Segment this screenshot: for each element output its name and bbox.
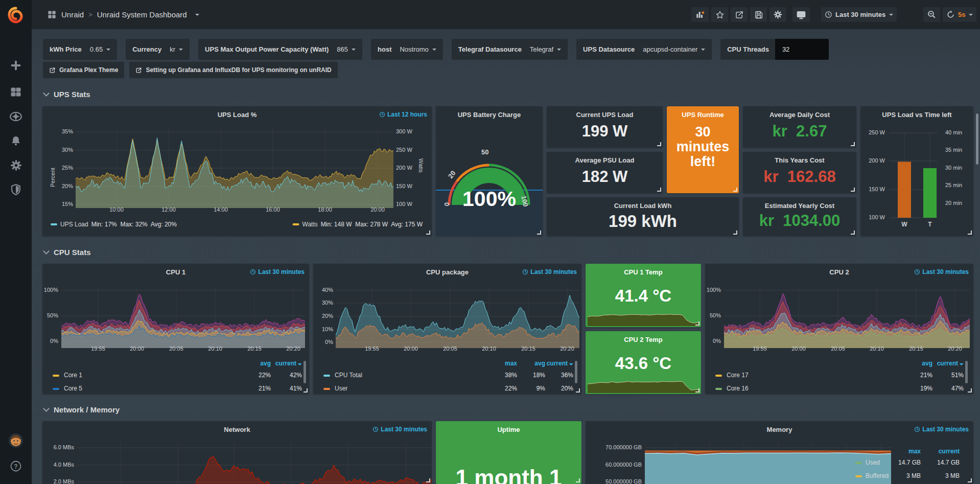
axis-tick: 35 min xyxy=(945,147,962,153)
monitor-icon xyxy=(796,10,806,20)
grafana-logo[interactable] xyxy=(0,4,32,27)
shield-icon xyxy=(10,183,22,196)
legend-header[interactable]: avg xyxy=(534,360,545,367)
legend-header[interactable]: current xyxy=(275,360,302,367)
dashboard-settings-button[interactable] xyxy=(769,7,786,22)
sidebar-item-configuration[interactable] xyxy=(0,155,32,175)
sidebar-item-help[interactable]: ? xyxy=(0,456,32,476)
section-ups-stats[interactable]: UPS Stats xyxy=(43,90,90,99)
legend-header[interactable]: avg xyxy=(922,360,932,367)
legend-item[interactable]: CPU Total xyxy=(335,372,362,379)
legend-item[interactable]: Buffered xyxy=(866,472,889,479)
variable-telegraf-datasource[interactable]: Telegraf DatasourceTelegraf xyxy=(452,39,568,60)
panel-title[interactable]: Estimated Yearly Cost xyxy=(743,202,856,210)
legend-header[interactable]: avg xyxy=(260,360,271,367)
legend-item[interactable]: User xyxy=(335,385,347,392)
panel-title[interactable]: Average Daily Cost xyxy=(743,111,856,119)
panel-time-range[interactable]: Last 30 minutes xyxy=(372,426,427,433)
variable-input[interactable] xyxy=(775,39,829,60)
chevron-down-icon xyxy=(106,49,110,51)
panel-time-range[interactable]: Last 30 minutes xyxy=(914,268,969,275)
panel-title[interactable]: Current UPS Load xyxy=(547,111,663,119)
sidebar-item-server-admin[interactable] xyxy=(0,179,32,200)
legend-header[interactable]: max xyxy=(505,360,517,367)
axis-tick: 10% xyxy=(322,326,333,332)
legend-item[interactable]: Core 1 xyxy=(64,372,82,379)
variable-ups-datasource[interactable]: UPS Datasourceapcupsd-container xyxy=(576,39,712,60)
legend-item[interactable]: Core 17 xyxy=(727,372,749,379)
dashboard-link[interactable]: Setting up Grafana and InfluxDB for UPS … xyxy=(129,62,337,78)
legend-header[interactable]: max xyxy=(908,448,921,455)
panel-ups-load: UPS Load % Last 12 hours Percent Watts 3… xyxy=(42,106,432,236)
chevron-down-icon xyxy=(179,49,183,51)
legend-item[interactable]: Core 16 xyxy=(727,385,749,392)
legend-item[interactable]: Used xyxy=(866,459,880,466)
panel-network: Network Last 30 minutes 6.0 MBs4.0 MBs2.… xyxy=(42,421,432,484)
legend-scrollbar[interactable] xyxy=(575,361,577,383)
refresh-picker[interactable]: 5s xyxy=(943,7,976,22)
section-title: Network / Memory xyxy=(54,405,120,414)
star-button[interactable] xyxy=(711,7,728,22)
sidebar-item-explore[interactable] xyxy=(0,106,32,127)
panel-time-range[interactable]: Last 30 minutes xyxy=(250,268,305,275)
variable-host[interactable]: hostNostromo xyxy=(371,39,443,60)
dashboard-link[interactable]: Grafana Plex Theme xyxy=(43,62,124,78)
panel-title[interactable]: This Years Cost xyxy=(743,156,856,164)
chevron-down-icon[interactable] xyxy=(195,14,199,16)
legend-header[interactable]: current xyxy=(939,448,960,455)
svg-text:?: ? xyxy=(14,463,17,470)
legend-header[interactable]: current xyxy=(937,360,964,367)
legend-header[interactable]: current xyxy=(547,360,573,367)
axis-tick: 10:00 xyxy=(109,206,124,213)
panel-title[interactable]: CPU 1 Temp xyxy=(586,268,701,276)
panel-title[interactable]: Current Load kWh xyxy=(547,202,739,210)
axis-tick: 20:10 xyxy=(870,345,884,352)
add-panel-button[interactable] xyxy=(691,7,709,22)
legend-item[interactable]: Watts xyxy=(302,221,318,228)
sidebar-item-create[interactable] xyxy=(0,55,32,76)
variable-ups-max-output-power-capacity-watt-[interactable]: UPS Max Output Power Capacity (Watt)865 xyxy=(198,39,362,60)
panel-title[interactable]: UPS Load vs Time left xyxy=(860,111,973,119)
variable-label: CPU Threads xyxy=(727,45,769,53)
panel-time-range[interactable]: Last 30 minutes xyxy=(914,426,969,433)
cpu1-chart xyxy=(61,286,305,348)
panel-time-range[interactable]: Last 12 hours xyxy=(379,111,427,118)
legend-value: 51% xyxy=(951,372,964,379)
variable-cpu-threads[interactable]: CPU Threads xyxy=(720,39,829,60)
sidebar-item-alerting[interactable] xyxy=(0,131,32,151)
panel-title[interactable]: Average PSU Load xyxy=(547,156,663,164)
legend-item[interactable]: UPS Load xyxy=(60,221,88,228)
panel-title[interactable]: Uptime xyxy=(436,426,581,433)
time-range-picker[interactable]: Last 30 minutes xyxy=(821,7,897,22)
section-network-memory[interactable]: Network / Memory xyxy=(43,405,120,414)
panel-title[interactable]: UPS Load % xyxy=(42,111,432,119)
clock-icon xyxy=(250,269,256,275)
save-button[interactable] xyxy=(750,7,767,22)
cycle-view-button[interactable] xyxy=(792,7,810,22)
variable-value: kr xyxy=(170,45,175,53)
avatar[interactable] xyxy=(0,430,32,451)
breadcrumb-root[interactable]: Unraid xyxy=(61,10,84,19)
panel-title[interactable]: UPS Runtime xyxy=(667,111,739,119)
add-panel-icon xyxy=(695,10,705,20)
variable-kwh-price[interactable]: kWh Price0.65 xyxy=(43,39,117,60)
panel-title[interactable]: UPS Battery Charge xyxy=(436,111,543,119)
panel-time-range[interactable]: Last 30 minutes xyxy=(522,268,577,275)
legend-scrollbar[interactable] xyxy=(965,361,968,383)
section-cpu-stats[interactable]: CPU Stats xyxy=(43,248,91,257)
legend-value: 42% xyxy=(290,372,302,379)
legend-scrollbar[interactable] xyxy=(304,361,306,383)
panel-average-daily-cost: Average Daily Cost kr 2.67 xyxy=(743,106,856,148)
breadcrumb-current[interactable]: Unraid System Dashboard xyxy=(97,10,187,19)
zoom-out-button[interactable] xyxy=(923,7,940,22)
axis-tick: 20:15 xyxy=(909,345,923,352)
page-scrollbar[interactable] xyxy=(976,113,978,165)
variable-currency[interactable]: Currencykr xyxy=(126,39,190,60)
share-button[interactable] xyxy=(731,7,748,22)
chevron-down-icon xyxy=(969,14,973,16)
clock-icon xyxy=(914,426,920,432)
panel-title[interactable]: CPU 2 Temp xyxy=(586,336,701,343)
legend-item[interactable]: Core 5 xyxy=(64,385,82,392)
topbar: Unraid > Unraid System Dashboard xyxy=(32,0,980,29)
sidebar-item-dashboards[interactable] xyxy=(0,82,32,102)
